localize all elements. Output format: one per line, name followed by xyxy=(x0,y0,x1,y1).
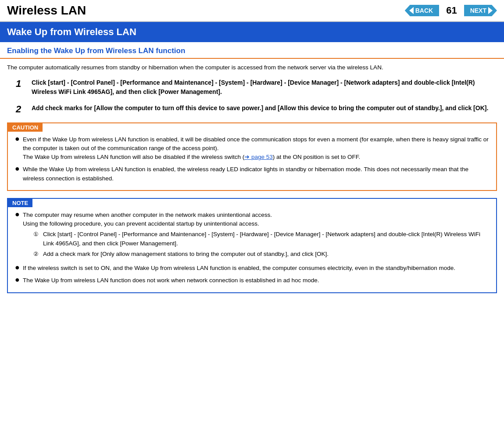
back-arrow-icon xyxy=(409,7,414,14)
section-title-bar: Wake Up from Wireless LAN xyxy=(0,22,504,42)
note-list: ● The computer may resume when another c… xyxy=(15,211,489,285)
section-title: Wake Up from Wireless LAN xyxy=(7,26,136,37)
note-sub-item-1-2-text: Add a check mark for [Only allow managem… xyxy=(43,250,329,259)
nav-area: BACK 61 NEXT xyxy=(405,5,497,16)
next-arrow-icon xyxy=(488,7,493,14)
bullet-dot-1: ● xyxy=(15,134,23,144)
step-2: 2 Add check marks for [Allow the compute… xyxy=(7,104,497,115)
subsection-heading: Enabling the Wake Up from Wireless LAN f… xyxy=(0,42,504,59)
caution-box: CAUTION ● Even if the Wake Up from wirel… xyxy=(7,122,497,191)
note-sub-item-1-2: ② Add a check mark for [Only allow manag… xyxy=(33,250,489,259)
caution-list: ● Even if the Wake Up from wireless LAN … xyxy=(15,135,489,183)
note-sub-item-1-1-text: Click [start] - [Control Panel] - [Perfo… xyxy=(43,230,489,248)
step-1: 1 Click [start] - [Control Panel] - [Per… xyxy=(7,78,497,97)
step-2-text: Add check marks for [Allow the computer … xyxy=(32,104,488,113)
page-link-53[interactable]: ➔ page 53 xyxy=(244,154,273,160)
step-2-number: 2 xyxy=(16,104,32,115)
step-1-number: 1 xyxy=(16,78,32,90)
caution-header: CAUTION xyxy=(8,123,43,132)
page-number: 61 xyxy=(446,5,457,16)
main-content: The computer automatically resumes from … xyxy=(0,63,504,293)
note-sub-item-1-1: ① Click [start] - [Control Panel] - [Per… xyxy=(33,230,489,248)
intro-text: The computer automatically resumes from … xyxy=(7,63,497,72)
caution-item-2: ● While the Wake Up from wireless LAN fu… xyxy=(15,165,489,183)
note-item-1-text: The computer may resume when another com… xyxy=(23,211,489,260)
note-bullet-dot-1: ● xyxy=(15,210,23,219)
note-box: NOTE ● The computer may resume when anot… xyxy=(7,198,497,293)
caution-item-1: ● Even if the Wake Up from wireless LAN … xyxy=(15,135,489,162)
note-bullet-dot-2: ● xyxy=(15,263,23,273)
page-title: Wireless LAN xyxy=(7,4,86,18)
note-item-3: ● The Wake Up from wireless LAN function… xyxy=(15,276,489,285)
page-header: Wireless LAN BACK 61 NEXT xyxy=(0,0,504,22)
note-header: NOTE xyxy=(8,199,32,207)
note-item-1: ● The computer may resume when another c… xyxy=(15,211,489,260)
note-sub-list-1: ① Click [start] - [Control Panel] - [Per… xyxy=(33,230,489,259)
next-button[interactable]: NEXT xyxy=(464,5,497,16)
note-item-2: ● If the wireless switch is set to ON, a… xyxy=(15,264,489,273)
bullet-dot-2: ● xyxy=(15,164,23,174)
step-1-text: Click [start] - [Control Panel] - [Perfo… xyxy=(32,78,497,97)
sub-num-circle-1: ① xyxy=(33,230,43,239)
note-item-2-text: If the wireless switch is set to ON, and… xyxy=(23,264,455,273)
sub-num-circle-2: ② xyxy=(33,250,43,259)
caution-item-1-text: Even if the Wake Up from wireless LAN fu… xyxy=(23,135,489,162)
caution-item-2-text: While the Wake Up from wireless LAN func… xyxy=(23,165,489,183)
note-content: ● The computer may resume when another c… xyxy=(8,207,496,292)
back-button[interactable]: BACK xyxy=(405,5,439,16)
note-item-3-text: The Wake Up from wireless LAN function d… xyxy=(23,276,319,285)
note-bullet-dot-3: ● xyxy=(15,275,23,285)
caution-content: ● Even if the Wake Up from wireless LAN … xyxy=(8,132,496,190)
